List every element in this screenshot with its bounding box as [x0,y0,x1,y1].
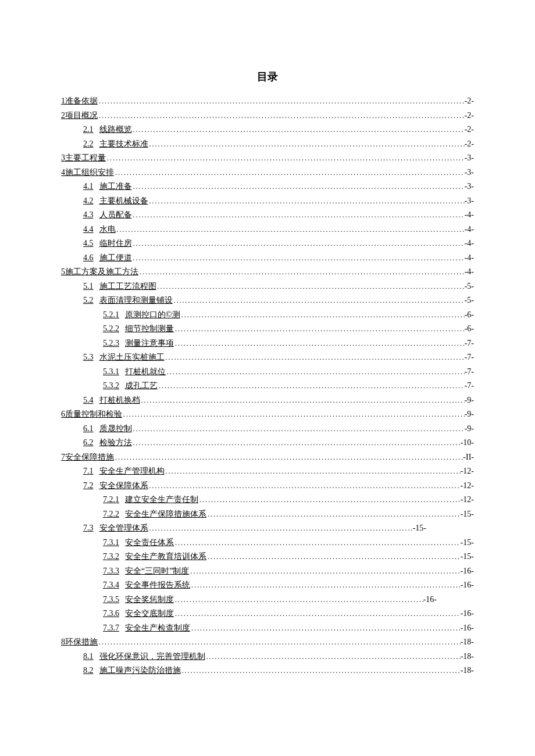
toc-entry-label: 线路概览 [99,123,132,137]
toc-leader-dots [138,266,465,278]
toc-entry[interactable]: 7.3.7安全生产检查制度-16- [61,621,474,636]
toc-leader-dots [165,465,461,478]
toc-entry-label: 施工噪声污染防治措施 [99,664,181,678]
toc-entry[interactable]: 5.3水泥土压实桩施工-7- [61,350,474,365]
toc-entry[interactable]: 5.2.2细节控制测量-6- [61,322,474,336]
toc-entry[interactable]: 5.3.2成孔工艺-7- [61,379,474,393]
toc-entry-label: 强化环保意识，完善管理机制 [99,650,205,664]
toc-entry-page: -2- [465,123,474,137]
toc-entry[interactable]: 7.3.2安全生产教育培训体系-15- [61,550,474,564]
toc-leader-dots [132,238,465,250]
toc-entry[interactable]: 2项目概况-2- [61,109,474,123]
toc-leader-dots [181,665,461,677]
toc-entry[interactable]: 5.2.3测量注意事项-7- [61,336,474,351]
toc-entry-page: -18- [461,650,474,664]
toc-entry-label: 主要技术标准 [99,137,148,152]
toc-entry-number: 5.3.1 [103,365,119,379]
toc-entry[interactable]: 7.3.1安全责任体系-15- [61,536,474,550]
toc-entry-label: 施工组织安排 [65,166,114,180]
toc-entry-number: 2.2 [83,137,94,152]
toc-entry[interactable]: 4.1施工准备-3- [61,180,474,194]
toc-entry-label: 建立安全生产责任制 [125,493,198,507]
toc-entry-number: 7.3.7 [103,621,119,636]
toc-entry-number: 7.3.4 [103,578,119,593]
toc-entry-page: -9- [465,422,474,436]
toc-entry-number: 4.4 [83,223,94,237]
toc-entry-number: 5.2.2 [103,322,119,336]
toc-entry[interactable]: 7.2.2安全生产保障措施体系-15- [61,507,474,522]
toc-entry[interactable]: 6.1质晟控制-9- [61,422,474,436]
toc-leader-dots [148,522,413,535]
toc-leader-dots [132,423,465,435]
toc-entry[interactable]: 7.3.6安全交底制度-16- [61,607,474,621]
toc-entry-page: -4- [465,237,474,251]
toc-entry[interactable]: 7.3.4安全事件报告系统-16- [61,578,474,593]
toc-entry-label: 安全保障体系 [99,479,148,493]
toc-entry[interactable]: 4.4水电-4- [61,223,474,237]
toc-entry-page: -7- [465,379,474,393]
toc-entry[interactable]: 7安全保障措施-II- [61,450,474,465]
toc-entry[interactable]: 1准备依据-2- [61,94,474,109]
toc-entry[interactable]: 4.2主要机械设备-3- [61,194,474,209]
toc-entry[interactable]: 5.4打桩机换档-9- [61,393,474,408]
toc-entry[interactable]: 8.2施工噪声污染防治措施-18- [61,664,474,678]
toc-entry[interactable]: 5.2表面清理和测量铺设-5- [61,293,474,308]
toc-entry[interactable]: 2.1线路概览-2- [61,123,474,137]
toc-entry[interactable]: 7.3安全管理体系-15- [61,521,474,536]
toc-entry[interactable]: 7.2.1建立安全生产责任制-12- [61,493,474,507]
toc-entry-page: -16- [461,621,474,636]
toc-entry[interactable]: 2.2主要技术标准-2- [61,137,474,152]
toc-entry-number: 8 [61,635,65,650]
toc-leader-dots [98,110,465,122]
toc-entry[interactable]: 4施工组织安排-3- [61,166,474,180]
toc-entry-label: 打桩机就位 [125,365,166,379]
toc-entry-page: -7- [465,336,474,351]
toc-entry-number: 7.2 [83,479,94,493]
toc-entry[interactable]: 6.2检验方法-10- [61,436,474,450]
toc-entry-number: 7.2.1 [103,493,119,507]
toc-entry[interactable]: 7.2安全保障体系-12- [61,479,474,493]
toc-entry-number: 5.2 [83,293,94,308]
toc-entry[interactable]: 5施工方案及施工方法-4- [61,265,474,280]
toc-entry-page: -6- [465,322,474,336]
toc-entry-number: 5.2.3 [103,336,119,351]
toc-entry-number: 4.6 [83,251,94,266]
toc-entry-page: -2- [465,109,474,123]
toc-entry-number: 6 [61,407,65,422]
toc-entry-label: 安全生产教育培训体系 [125,550,206,564]
toc-entry[interactable]: 4.6施工便道-4- [61,251,474,266]
toc-leader-dots [132,437,461,449]
toc-entry[interactable]: 8.1强化环保意识，完善管理机制-18- [61,650,474,664]
toc-entry-label: 安全交底制度 [125,607,174,621]
toc-entry-number: 5.3.2 [103,379,119,393]
toc-entry-number: 2 [61,109,65,123]
toc-entry-number: 6.2 [83,436,94,450]
toc-entry-label: 安全“三同时”制度 [125,564,189,579]
toc-entry-label: 安全奖惩制度 [125,593,174,607]
toc-entry[interactable]: 5.1施工工艺流程图-5- [61,280,474,294]
toc-entry[interactable]: 7.3.5安全奖惩制度-16- [61,593,474,607]
toc-entry[interactable]: 7.3.3安全“三同时”制度-16- [61,564,474,579]
toc-entry-number: 7.3.6 [103,607,119,621]
toc-entry-page: -4- [465,251,474,266]
toc-entry-label: 检验方法 [99,436,132,450]
toc-entry[interactable]: 7.1安全生产管理机构-12- [61,464,474,479]
toc-leader-dots [132,252,465,264]
toc-entry-label: 测量注意事项 [125,336,174,351]
toc-entry-label: 安全责任体系 [125,536,174,550]
toc-entry-page: -18- [461,635,474,650]
toc-entry[interactable]: 3主要工程量-3- [61,151,474,166]
toc-entry-page: -3- [465,180,474,194]
toc-entry[interactable]: 8环保措施-18- [61,635,474,650]
toc-entry-number: 7.3.5 [103,593,119,607]
toc-leader-dots [156,281,465,293]
toc-entry[interactable]: 4.5临时住房-4- [61,237,474,251]
toc-entry-page: -5- [465,293,474,308]
toc-entry[interactable]: 6质量控制和检验-9- [61,407,474,422]
toc-entry[interactable]: 5.3.1打桩机就位-7- [61,365,474,379]
toc-leader-dots [174,323,465,335]
toc-entry[interactable]: 4.3人员配备-4- [61,208,474,223]
toc-entry-label: 水泥土压实桩施工 [99,350,165,365]
toc-leader-dots [158,380,465,392]
toc-entry[interactable]: 5.2.1原测控口的©测-6- [61,308,474,323]
